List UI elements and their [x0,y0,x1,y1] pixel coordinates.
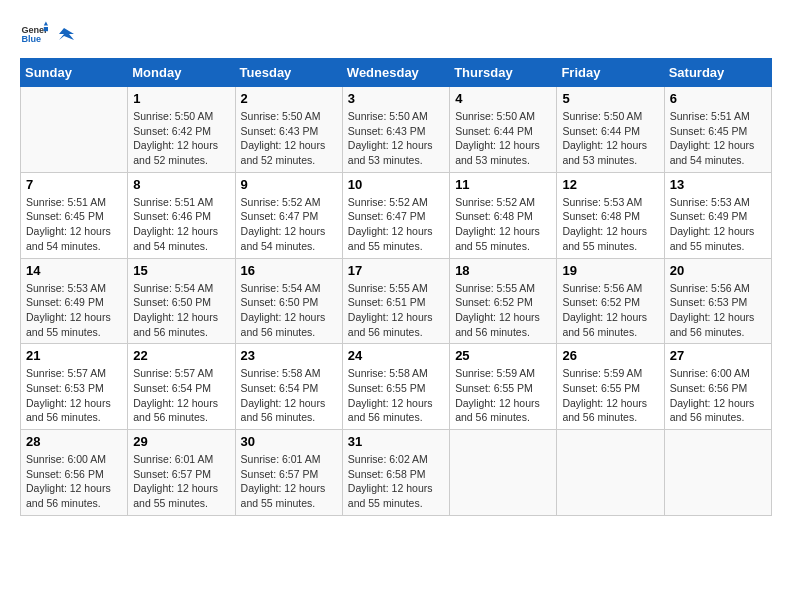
day-info: Sunrise: 6:00 AM Sunset: 6:56 PM Dayligh… [670,366,766,425]
calendar-cell: 13Sunrise: 5:53 AM Sunset: 6:49 PM Dayli… [664,172,771,258]
day-info: Sunrise: 6:01 AM Sunset: 6:57 PM Dayligh… [241,452,337,511]
svg-marker-2 [44,21,48,25]
day-number: 20 [670,263,766,278]
day-number: 31 [348,434,444,449]
day-info: Sunrise: 5:53 AM Sunset: 6:49 PM Dayligh… [670,195,766,254]
header: General Blue [20,20,772,48]
day-info: Sunrise: 5:52 AM Sunset: 6:47 PM Dayligh… [348,195,444,254]
calendar-cell: 27Sunrise: 6:00 AM Sunset: 6:56 PM Dayli… [664,344,771,430]
day-number: 10 [348,177,444,192]
logo-bird-icon [54,26,74,46]
day-number: 14 [26,263,122,278]
svg-marker-3 [44,27,48,31]
day-number: 7 [26,177,122,192]
day-info: Sunrise: 5:50 AM Sunset: 6:42 PM Dayligh… [133,109,229,168]
calendar-cell: 26Sunrise: 5:59 AM Sunset: 6:55 PM Dayli… [557,344,664,430]
calendar-body: 1Sunrise: 5:50 AM Sunset: 6:42 PM Daylig… [21,87,772,516]
day-number: 6 [670,91,766,106]
day-info: Sunrise: 5:55 AM Sunset: 6:52 PM Dayligh… [455,281,551,340]
calendar-cell: 1Sunrise: 5:50 AM Sunset: 6:42 PM Daylig… [128,87,235,173]
day-number: 11 [455,177,551,192]
calendar-cell: 5Sunrise: 5:50 AM Sunset: 6:44 PM Daylig… [557,87,664,173]
calendar-cell: 3Sunrise: 5:50 AM Sunset: 6:43 PM Daylig… [342,87,449,173]
day-info: Sunrise: 5:55 AM Sunset: 6:51 PM Dayligh… [348,281,444,340]
day-info: Sunrise: 6:02 AM Sunset: 6:58 PM Dayligh… [348,452,444,511]
day-info: Sunrise: 5:53 AM Sunset: 6:48 PM Dayligh… [562,195,658,254]
calendar-cell: 25Sunrise: 5:59 AM Sunset: 6:55 PM Dayli… [450,344,557,430]
day-number: 28 [26,434,122,449]
day-number: 24 [348,348,444,363]
day-info: Sunrise: 5:56 AM Sunset: 6:53 PM Dayligh… [670,281,766,340]
day-number: 3 [348,91,444,106]
day-number: 5 [562,91,658,106]
day-info: Sunrise: 5:54 AM Sunset: 6:50 PM Dayligh… [241,281,337,340]
calendar-cell: 29Sunrise: 6:01 AM Sunset: 6:57 PM Dayli… [128,430,235,516]
calendar-cell [664,430,771,516]
day-info: Sunrise: 5:59 AM Sunset: 6:55 PM Dayligh… [455,366,551,425]
day-info: Sunrise: 6:01 AM Sunset: 6:57 PM Dayligh… [133,452,229,511]
day-number: 25 [455,348,551,363]
day-info: Sunrise: 5:54 AM Sunset: 6:50 PM Dayligh… [133,281,229,340]
calendar-cell: 22Sunrise: 5:57 AM Sunset: 6:54 PM Dayli… [128,344,235,430]
calendar-cell [557,430,664,516]
day-info: Sunrise: 5:57 AM Sunset: 6:54 PM Dayligh… [133,366,229,425]
header-day: Thursday [450,59,557,87]
day-info: Sunrise: 5:58 AM Sunset: 6:54 PM Dayligh… [241,366,337,425]
day-info: Sunrise: 5:58 AM Sunset: 6:55 PM Dayligh… [348,366,444,425]
calendar-cell: 12Sunrise: 5:53 AM Sunset: 6:48 PM Dayli… [557,172,664,258]
calendar-cell: 11Sunrise: 5:52 AM Sunset: 6:48 PM Dayli… [450,172,557,258]
calendar-cell: 23Sunrise: 5:58 AM Sunset: 6:54 PM Dayli… [235,344,342,430]
day-number: 4 [455,91,551,106]
day-info: Sunrise: 5:51 AM Sunset: 6:46 PM Dayligh… [133,195,229,254]
calendar-cell: 20Sunrise: 5:56 AM Sunset: 6:53 PM Dayli… [664,258,771,344]
calendar-cell: 28Sunrise: 6:00 AM Sunset: 6:56 PM Dayli… [21,430,128,516]
header-day: Sunday [21,59,128,87]
day-number: 29 [133,434,229,449]
day-number: 8 [133,177,229,192]
day-info: Sunrise: 5:50 AM Sunset: 6:43 PM Dayligh… [348,109,444,168]
calendar-week-row: 21Sunrise: 5:57 AM Sunset: 6:53 PM Dayli… [21,344,772,430]
calendar-cell: 7Sunrise: 5:51 AM Sunset: 6:45 PM Daylig… [21,172,128,258]
header-row: SundayMondayTuesdayWednesdayThursdayFrid… [21,59,772,87]
calendar-cell [21,87,128,173]
day-number: 18 [455,263,551,278]
logo: General Blue [20,20,74,48]
day-number: 19 [562,263,658,278]
day-info: Sunrise: 5:52 AM Sunset: 6:48 PM Dayligh… [455,195,551,254]
calendar-cell: 9Sunrise: 5:52 AM Sunset: 6:47 PM Daylig… [235,172,342,258]
day-info: Sunrise: 5:50 AM Sunset: 6:44 PM Dayligh… [562,109,658,168]
header-day: Monday [128,59,235,87]
day-number: 23 [241,348,337,363]
header-day: Friday [557,59,664,87]
calendar-cell: 8Sunrise: 5:51 AM Sunset: 6:46 PM Daylig… [128,172,235,258]
day-number: 17 [348,263,444,278]
day-number: 9 [241,177,337,192]
calendar-week-row: 7Sunrise: 5:51 AM Sunset: 6:45 PM Daylig… [21,172,772,258]
calendar-cell: 31Sunrise: 6:02 AM Sunset: 6:58 PM Dayli… [342,430,449,516]
calendar-cell: 21Sunrise: 5:57 AM Sunset: 6:53 PM Dayli… [21,344,128,430]
calendar-week-row: 14Sunrise: 5:53 AM Sunset: 6:49 PM Dayli… [21,258,772,344]
calendar-cell: 19Sunrise: 5:56 AM Sunset: 6:52 PM Dayli… [557,258,664,344]
day-number: 30 [241,434,337,449]
calendar-cell: 24Sunrise: 5:58 AM Sunset: 6:55 PM Dayli… [342,344,449,430]
day-number: 26 [562,348,658,363]
day-number: 21 [26,348,122,363]
calendar-cell: 18Sunrise: 5:55 AM Sunset: 6:52 PM Dayli… [450,258,557,344]
day-number: 12 [562,177,658,192]
day-number: 13 [670,177,766,192]
svg-marker-4 [59,28,74,40]
calendar-header: SundayMondayTuesdayWednesdayThursdayFrid… [21,59,772,87]
calendar-cell: 2Sunrise: 5:50 AM Sunset: 6:43 PM Daylig… [235,87,342,173]
day-info: Sunrise: 5:56 AM Sunset: 6:52 PM Dayligh… [562,281,658,340]
day-info: Sunrise: 5:53 AM Sunset: 6:49 PM Dayligh… [26,281,122,340]
calendar-cell: 17Sunrise: 5:55 AM Sunset: 6:51 PM Dayli… [342,258,449,344]
calendar-cell: 4Sunrise: 5:50 AM Sunset: 6:44 PM Daylig… [450,87,557,173]
svg-text:Blue: Blue [21,34,41,44]
day-info: Sunrise: 5:52 AM Sunset: 6:47 PM Dayligh… [241,195,337,254]
calendar-cell: 6Sunrise: 5:51 AM Sunset: 6:45 PM Daylig… [664,87,771,173]
header-day: Saturday [664,59,771,87]
header-day: Tuesday [235,59,342,87]
calendar-week-row: 28Sunrise: 6:00 AM Sunset: 6:56 PM Dayli… [21,430,772,516]
day-info: Sunrise: 5:51 AM Sunset: 6:45 PM Dayligh… [670,109,766,168]
day-info: Sunrise: 5:50 AM Sunset: 6:44 PM Dayligh… [455,109,551,168]
